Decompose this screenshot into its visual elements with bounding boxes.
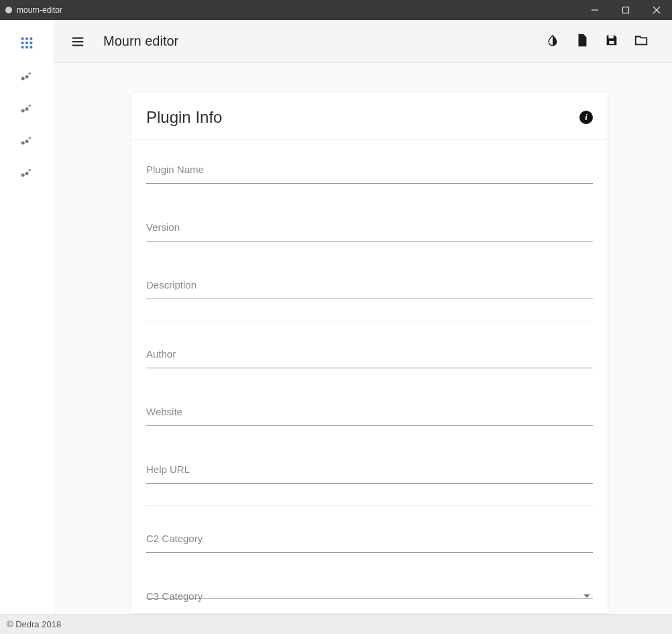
scatter-icon: [20, 68, 34, 85]
field-website: Website: [146, 390, 593, 426]
open-folder-button[interactable]: [626, 27, 656, 56]
svg-point-17: [25, 107, 29, 111]
svg-point-14: [25, 75, 29, 78]
svg-rect-25: [72, 37, 84, 38]
sidebar-item-apps[interactable]: [11, 28, 43, 60]
svg-rect-5: [25, 38, 28, 40]
scatter-icon: [20, 101, 34, 117]
svg-rect-28: [608, 35, 613, 38]
svg-rect-6: [30, 38, 33, 40]
field-version: Version: [146, 205, 593, 242]
menu-button[interactable]: [64, 28, 91, 55]
svg-point-15: [28, 72, 31, 75]
svg-point-21: [28, 137, 31, 140]
svg-rect-26: [72, 41, 84, 42]
left-sidebar: [0, 20, 54, 614]
field-author: Author: [146, 332, 593, 368]
field-plugin-name: Plugin Name: [146, 148, 593, 184]
sidebar-item-3[interactable]: [11, 125, 43, 157]
c2-category-input[interactable]: [146, 533, 593, 553]
svg-rect-29: [609, 40, 614, 44]
svg-rect-9: [30, 42, 33, 44]
sidebar-item-2[interactable]: [11, 93, 43, 125]
description-input[interactable]: [146, 279, 593, 299]
svg-rect-27: [72, 44, 84, 46]
svg-rect-7: [21, 42, 24, 44]
svg-point-23: [25, 172, 29, 175]
divider: [146, 321, 593, 321]
window-titlebar: mourn-editor: [0, 0, 672, 20]
window-title: mourn-editor: [17, 5, 62, 15]
save-icon: [604, 33, 619, 50]
plugin-info-card: Plugin Info i Plugin Name Version: [131, 93, 608, 614]
apps-icon: [19, 36, 34, 53]
invert-colors-icon: [545, 33, 560, 50]
footer: © Dedra 2018: [0, 614, 672, 634]
content-scroll[interactable]: Plugin Info i Plugin Name Version: [54, 63, 672, 614]
info-icon[interactable]: i: [579, 111, 593, 124]
divider: [146, 505, 593, 506]
window-maximize-button[interactable]: [610, 0, 641, 20]
svg-point-18: [28, 105, 31, 107]
c3-category-select[interactable]: [146, 590, 593, 599]
svg-point-19: [21, 142, 25, 145]
field-description: Description: [146, 263, 593, 299]
scatter-icon: [20, 165, 34, 181]
svg-point-22: [21, 174, 25, 177]
svg-rect-1: [623, 7, 629, 13]
new-file-button[interactable]: [567, 27, 597, 56]
website-input[interactable]: [146, 406, 593, 426]
sidebar-item-1[interactable]: [11, 60, 43, 93]
svg-rect-8: [25, 42, 28, 44]
sidebar-item-4[interactable]: [11, 157, 43, 189]
app-indicator-icon: [5, 7, 12, 13]
svg-point-13: [21, 77, 25, 81]
scatter-icon: [20, 133, 34, 149]
field-c3-category: C3 Category: [146, 574, 593, 599]
card-title: Plugin Info: [146, 108, 222, 127]
chevron-down-icon: [583, 594, 590, 598]
svg-rect-10: [21, 46, 24, 49]
svg-rect-11: [25, 46, 28, 49]
svg-point-24: [28, 169, 31, 172]
field-help-url: Help URL: [146, 447, 593, 484]
svg-point-16: [21, 109, 25, 113]
version-input[interactable]: [146, 221, 593, 242]
file-icon: [575, 33, 590, 50]
plugin-name-input[interactable]: [146, 164, 593, 184]
svg-point-20: [25, 140, 29, 143]
save-button[interactable]: [597, 27, 626, 56]
card-header: Plugin Info i: [131, 93, 608, 140]
invert-colors-button[interactable]: [538, 27, 567, 56]
author-input[interactable]: [146, 348, 593, 368]
window-close-button[interactable]: [641, 0, 672, 20]
folder-icon: [634, 33, 649, 50]
svg-rect-4: [21, 38, 24, 40]
app-title: Mourn editor: [103, 34, 178, 49]
app-bar: Mourn editor: [54, 20, 672, 63]
help-url-input[interactable]: [146, 464, 593, 484]
field-c2-category: C2 Category: [146, 517, 593, 553]
window-minimize-button[interactable]: [579, 0, 610, 20]
copyright-text: © Dedra 2018: [7, 619, 61, 629]
svg-rect-12: [30, 46, 33, 49]
